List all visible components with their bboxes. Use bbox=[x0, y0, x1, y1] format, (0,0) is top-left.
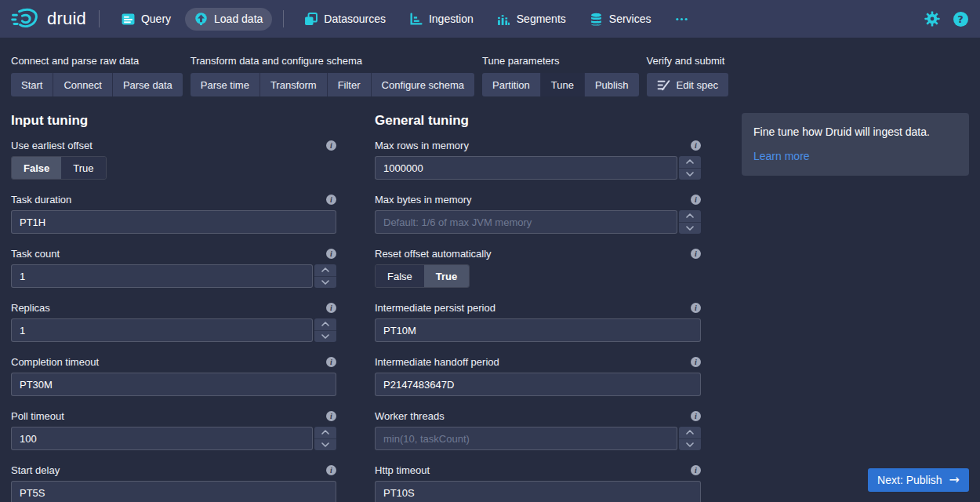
nav-item-query[interactable]: Query bbox=[112, 8, 180, 31]
nav-item-services[interactable]: Services bbox=[580, 8, 661, 31]
replicas-input[interactable] bbox=[11, 318, 313, 342]
step-button-start[interactable]: Start bbox=[11, 73, 53, 96]
field-intermediate-persist-period: Intermediate persist periodi bbox=[375, 301, 701, 342]
reset-offset-automatically-option-true[interactable]: True bbox=[424, 265, 469, 287]
brand[interactable]: druid bbox=[11, 7, 86, 31]
step-button-publish[interactable]: Publish bbox=[585, 73, 639, 96]
nav-item-label: Ingestion bbox=[429, 13, 474, 25]
step-button-parse-data[interactable]: Parse data bbox=[113, 73, 183, 96]
next-publish-label: Next: Publish bbox=[877, 474, 942, 486]
info-aside: Fine tune how Druid will ingest data. Le… bbox=[742, 113, 969, 502]
nav-item-label: Services bbox=[609, 13, 652, 25]
field-label-row: Intermediate handoff periodi bbox=[375, 355, 701, 368]
info-icon[interactable]: i bbox=[691, 411, 701, 421]
step-button-tune[interactable]: Tune bbox=[541, 73, 585, 96]
info-icon[interactable]: i bbox=[326, 195, 336, 205]
stepper-down-button[interactable] bbox=[679, 169, 701, 180]
max-rows-in-memory-input[interactable] bbox=[375, 156, 677, 180]
task-count-input[interactable] bbox=[11, 264, 313, 288]
info-icon[interactable]: i bbox=[691, 465, 701, 475]
info-icon[interactable]: i bbox=[326, 140, 336, 151]
info-icon[interactable]: i bbox=[691, 249, 701, 259]
step-button-edit-spec[interactable]: Edit spec bbox=[647, 73, 728, 96]
step-button-label: Publish bbox=[595, 79, 629, 91]
step-group-transform-data-and-configure-schema: Transform data and configure schemaParse… bbox=[191, 55, 474, 96]
use-earliest-offset-option-false[interactable]: False bbox=[12, 157, 61, 179]
druid-logo-icon bbox=[11, 7, 41, 31]
services-icon bbox=[590, 13, 603, 26]
stepper-down-button[interactable] bbox=[679, 439, 701, 451]
chevron-down-icon bbox=[686, 442, 694, 447]
info-icon[interactable]: i bbox=[326, 411, 336, 421]
learn-more-link[interactable]: Learn more bbox=[753, 150, 810, 162]
completion-timeout-input[interactable] bbox=[11, 373, 336, 396]
ingestion-icon bbox=[409, 13, 423, 26]
poll-timeout-input[interactable] bbox=[11, 427, 313, 450]
step-button-label: Configure schema bbox=[382, 79, 465, 91]
stepper-up-button[interactable] bbox=[314, 427, 336, 439]
stepper-down-button[interactable] bbox=[679, 223, 701, 235]
reset-offset-automatically-option-false[interactable]: False bbox=[376, 265, 424, 287]
settings-gear-icon[interactable] bbox=[924, 10, 941, 27]
nav-item-ingestion[interactable]: Ingestion bbox=[400, 8, 483, 31]
help-icon[interactable]: ? bbox=[952, 10, 969, 27]
intermediate-persist-period-input[interactable] bbox=[375, 318, 701, 342]
step-button-parse-time[interactable]: Parse time bbox=[191, 73, 260, 96]
number-stepper bbox=[679, 210, 701, 234]
field-reset-offset-automatically: Reset offset automaticallyiFalseTrue bbox=[375, 247, 701, 288]
field-label: Replicas bbox=[11, 302, 50, 314]
nav-item-segments[interactable]: Segments bbox=[488, 8, 575, 31]
step-button-configure-schema[interactable]: Configure schema bbox=[372, 73, 475, 96]
start-delay-input[interactable] bbox=[11, 481, 336, 502]
stepper-down-button[interactable] bbox=[314, 277, 336, 289]
nav-item-label: Datasources bbox=[324, 13, 386, 25]
step-button-group: Edit spec bbox=[647, 73, 728, 96]
field-max-rows-in-memory: Max rows in memoryi bbox=[375, 139, 701, 180]
intermediate-handoff-period-input[interactable] bbox=[375, 373, 701, 396]
number-stepper bbox=[314, 427, 336, 450]
step-button-partition[interactable]: Partition bbox=[482, 73, 541, 96]
info-icon[interactable]: i bbox=[691, 140, 701, 151]
stepper-down-button[interactable] bbox=[314, 331, 336, 343]
step-button-filter[interactable]: Filter bbox=[328, 73, 372, 96]
number-stepper bbox=[314, 264, 336, 288]
step-button-transform[interactable]: Transform bbox=[260, 73, 328, 96]
info-icon[interactable]: i bbox=[326, 303, 336, 313]
info-icon[interactable]: i bbox=[326, 249, 336, 259]
worker-threads-input[interactable] bbox=[375, 427, 677, 450]
info-icon[interactable]: i bbox=[691, 303, 701, 313]
field-label: Use earliest offset bbox=[11, 140, 93, 151]
field-label: Max bytes in memory bbox=[375, 194, 472, 206]
info-icon[interactable]: i bbox=[326, 465, 336, 475]
stepper-up-button[interactable] bbox=[679, 210, 701, 223]
stepper-up-button[interactable] bbox=[314, 264, 336, 277]
field-label-row: Replicasi bbox=[11, 301, 336, 314]
use-earliest-offset-option-true[interactable]: True bbox=[61, 157, 105, 179]
stepper-down-button[interactable] bbox=[314, 439, 336, 451]
field-label-row: Completion timeouti bbox=[11, 355, 336, 368]
info-icon[interactable]: i bbox=[691, 195, 701, 205]
field-control-row bbox=[375, 373, 701, 396]
step-button-label: Start bbox=[21, 79, 42, 91]
segments-icon bbox=[497, 13, 510, 26]
step-button-label: Connect bbox=[64, 79, 101, 91]
nav-item-datasources[interactable]: Datasources bbox=[295, 8, 395, 31]
stepper-up-button[interactable] bbox=[314, 318, 336, 331]
field-label-row: Start delayi bbox=[11, 464, 336, 476]
step-button-connect[interactable]: Connect bbox=[53, 73, 112, 96]
nav-item-more[interactable] bbox=[666, 8, 698, 31]
http-timeout-input[interactable] bbox=[375, 481, 701, 502]
input-tuning-column: Input tuning Use earliest offsetiFalseTr… bbox=[11, 113, 336, 502]
stepper-up-button[interactable] bbox=[679, 427, 701, 439]
navbar-divider bbox=[99, 10, 100, 27]
nav-item-load-data[interactable]: Load data bbox=[185, 8, 272, 31]
info-icon[interactable]: i bbox=[691, 357, 701, 367]
info-icon[interactable]: i bbox=[326, 357, 336, 367]
field-label: Start delay bbox=[11, 464, 60, 476]
step-button-label: Parse time bbox=[201, 79, 249, 91]
max-bytes-in-memory-input[interactable] bbox=[375, 210, 677, 234]
task-duration-input[interactable] bbox=[11, 210, 336, 234]
next-publish-button[interactable]: Next: Publish → bbox=[868, 468, 969, 492]
stepper-up-button[interactable] bbox=[679, 156, 701, 169]
chevron-up-icon bbox=[686, 159, 694, 164]
